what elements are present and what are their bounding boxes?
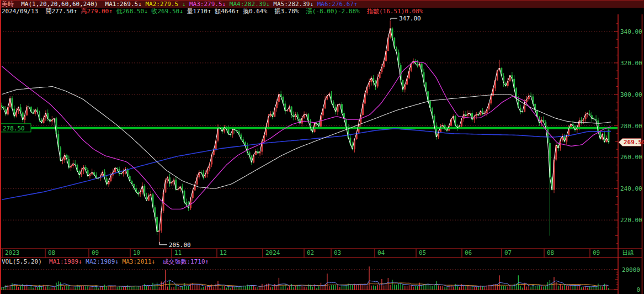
month-label: 02 bbox=[307, 249, 314, 256]
volume-axis-label: 0 bbox=[636, 286, 640, 293]
month-label: 10 bbox=[133, 249, 140, 256]
x-axis-strip: 2023080910111220240203040506070809日線 bbox=[0, 249, 642, 258]
price-axis-label: 220.00 bbox=[620, 217, 642, 224]
month-label: 08 bbox=[48, 249, 55, 256]
chart-svg: 278.50347.00205.00340.00320.00300.00280.… bbox=[0, 0, 644, 294]
timeframe-label[interactable]: 日線 bbox=[622, 249, 634, 256]
main-chart-plot[interactable] bbox=[2, 15, 609, 248]
volume-axis-label: 20000 bbox=[622, 266, 640, 274]
volume-pane: 200000 bbox=[1, 266, 640, 293]
month-label: 09 bbox=[593, 249, 600, 256]
month-label: 05 bbox=[419, 249, 426, 256]
volume-bars-down bbox=[2, 275, 609, 290]
month-label: 06 bbox=[465, 249, 472, 256]
month-label: 09 bbox=[92, 249, 99, 256]
current-price-tag: 269.50 bbox=[619, 138, 644, 146]
month-label: 2023 bbox=[5, 249, 20, 256]
price-axis-label: 340.00 bbox=[620, 28, 642, 35]
volume-ma5-line bbox=[2, 280, 609, 287]
price-axis-label: 280.00 bbox=[620, 123, 642, 130]
price-axis-label: 320.00 bbox=[620, 60, 642, 67]
price-axis-label: 300.00 bbox=[620, 91, 642, 98]
price-axis-label: 260.00 bbox=[620, 154, 642, 161]
price-axis-label: 240.00 bbox=[620, 185, 642, 192]
month-label: 12 bbox=[220, 249, 227, 256]
month-label: 07 bbox=[504, 249, 512, 256]
month-label: 2024 bbox=[265, 249, 280, 256]
chart-app-window: 美時 MA(1,20,20,60,60,240) MA1:269.5↓ MA2:… bbox=[0, 0, 644, 294]
month-label: 04 bbox=[377, 249, 385, 256]
month-label: 03 bbox=[334, 249, 341, 256]
month-label: 08 bbox=[547, 249, 554, 256]
current-price-value: 269.50 bbox=[624, 139, 644, 146]
month-label: 11 bbox=[174, 249, 182, 256]
